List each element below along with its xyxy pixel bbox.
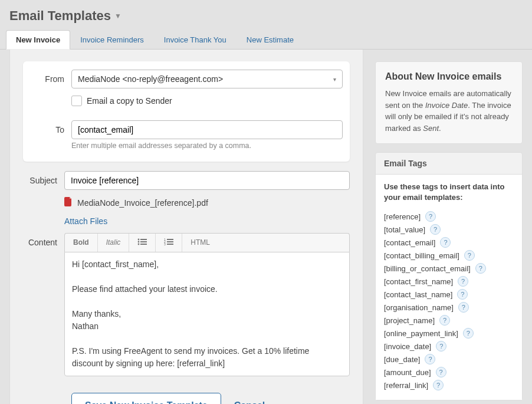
email-tags-header: Email Tags	[376, 153, 522, 175]
tab-invoice-reminders[interactable]: Invoice Reminders	[70, 30, 154, 50]
email-tag-value: [due_date]	[384, 355, 420, 364]
about-title: About New Invoice emails	[385, 71, 513, 82]
email-tag-value: [reference]	[384, 212, 421, 221]
pdf-icon	[64, 197, 73, 208]
email-tag-item: [amount_due]?	[384, 366, 514, 379]
numbered-list-button[interactable]: 123	[156, 234, 182, 252]
email-copy-row: Email a copy to Sender	[71, 96, 343, 106]
subject-input[interactable]	[64, 171, 350, 190]
editor-toolbar: Bold Italic 123 HTML	[64, 233, 350, 252]
to-row: To Enter multiple email addresses separa…	[30, 120, 343, 150]
tabs-bar: New InvoiceInvoice RemindersInvoice Than…	[0, 29, 532, 50]
help-icon[interactable]: ?	[436, 341, 446, 352]
svg-point-0	[138, 239, 140, 241]
chevron-down-icon: ▾	[333, 76, 336, 83]
from-select[interactable]: MediaNode <no-reply@freeagent.com> ▾	[71, 70, 343, 88]
from-value: MediaNode <no-reply@freeagent.com>	[78, 74, 223, 84]
help-icon[interactable]: ?	[433, 380, 444, 390]
svg-point-4	[138, 244, 140, 245]
help-icon[interactable]: ?	[458, 302, 469, 313]
email-tag-item: [project_name]?	[384, 314, 514, 327]
side-column: About New Invoice emails New Invoice ema…	[375, 50, 523, 404]
svg-rect-11	[167, 244, 173, 245]
attachment-name: MediaNode_Invoice_[reference].pdf	[77, 198, 208, 208]
email-tag-item: [contact_billing_email]?	[384, 249, 514, 262]
email-tag-value: [amount_due]	[384, 368, 431, 377]
from-label: From	[30, 70, 71, 84]
help-icon[interactable]: ?	[463, 328, 474, 339]
help-icon[interactable]: ?	[464, 250, 475, 261]
attach-files-link[interactable]: Attach Files	[64, 212, 350, 226]
about-panel: About New Invoice emails New Invoice ema…	[375, 61, 523, 144]
save-button[interactable]: Save New Invoice Template	[71, 393, 221, 404]
help-icon[interactable]: ?	[425, 211, 436, 222]
tab-invoice-thank-you[interactable]: Invoice Thank You	[154, 30, 237, 50]
email-tag-item: [total_value]?	[384, 223, 514, 236]
email-tag-value: [contact_billing_email]	[384, 251, 459, 260]
email-tag-value: [online_payment_link]	[384, 329, 458, 338]
help-icon[interactable]: ?	[457, 289, 468, 300]
email-tag-value: [contact_last_name]	[384, 290, 452, 299]
email-tags-intro: Use these tags to insert data into your …	[384, 182, 514, 203]
tab-new-invoice[interactable]: New Invoice	[6, 30, 70, 50]
email-tag-item: [invoice_date]?	[384, 340, 514, 353]
cancel-button[interactable]: Cancel	[234, 400, 265, 404]
help-icon[interactable]: ?	[430, 224, 441, 235]
bold-button[interactable]: Bold	[65, 234, 98, 252]
bulleted-list-button[interactable]	[129, 234, 156, 252]
svg-rect-7	[167, 239, 173, 240]
email-tag-value: [referral_link]	[384, 381, 428, 390]
email-tag-item: [contact_last_name]?	[384, 288, 514, 301]
html-button[interactable]: HTML	[182, 234, 218, 252]
email-tag-item: [billing_or_contact_email]?	[384, 262, 514, 275]
form-panel: From MediaNode <no-reply@freeagent.com> …	[9, 50, 363, 404]
main-area: From MediaNode <no-reply@freeagent.com> …	[0, 50, 532, 404]
to-label: To	[30, 120, 71, 134]
email-tag-value: [contact_email]	[384, 238, 435, 247]
email-tag-item: [referral_link]?	[384, 379, 514, 392]
caret-down-icon: ▼	[114, 12, 121, 20]
email-tag-item: [reference]?	[384, 210, 514, 223]
help-icon[interactable]: ?	[475, 263, 486, 274]
svg-rect-5	[140, 244, 147, 245]
attachment-row: MediaNode_Invoice_[reference].pdf Attach…	[23, 196, 350, 226]
svg-rect-9	[167, 241, 173, 242]
svg-rect-1	[140, 239, 147, 240]
email-tag-value: [invoice_date]	[384, 342, 431, 351]
email-tag-item: [contact_email]?	[384, 236, 514, 249]
email-tag-value: [total_value]	[384, 225, 425, 234]
email-tag-value: [contact_first_name]	[384, 277, 453, 286]
email-tag-item: [contact_first_name]?	[384, 275, 514, 288]
email-tag-value: [organisation_name]	[384, 303, 454, 312]
svg-point-2	[138, 241, 140, 243]
email-tag-item: [online_payment_link]?	[384, 327, 514, 340]
email-tags-panel: Email Tags Use these tags to insert data…	[375, 152, 523, 400]
help-icon[interactable]: ?	[440, 237, 451, 248]
svg-rect-3	[140, 241, 147, 242]
help-icon[interactable]: ?	[436, 367, 446, 377]
svg-text:3: 3	[164, 242, 166, 245]
about-body: New Invoice emails are automatically sen…	[385, 88, 513, 134]
tab-new-estimate[interactable]: New Estimate	[237, 30, 304, 50]
email-tag-item: [organisation_name]?	[384, 301, 514, 314]
italic-button[interactable]: Italic	[98, 234, 130, 252]
numbered-list-icon: 123	[164, 238, 173, 245]
action-row: Save New Invoice Template Cancel	[23, 393, 350, 404]
subject-label: Subject	[23, 171, 64, 185]
from-to-block: From MediaNode <no-reply@freeagent.com> …	[23, 61, 350, 162]
content-row: Content Bold Italic 123 HTML Hi [contact…	[23, 233, 350, 376]
email-copy-checkbox[interactable]	[71, 96, 82, 106]
to-input[interactable]	[71, 120, 343, 139]
help-icon[interactable]: ?	[439, 315, 450, 326]
to-hint: Enter multiple email addresses separated…	[71, 139, 343, 150]
help-icon[interactable]: ?	[458, 276, 468, 287]
subject-row: Subject	[23, 171, 350, 190]
email-tag-value: [billing_or_contact_email]	[384, 264, 471, 273]
bulleted-list-icon	[137, 238, 147, 245]
from-row: From MediaNode <no-reply@freeagent.com> …	[30, 70, 343, 114]
page-title-row[interactable]: Email Templates ▼	[0, 0, 532, 29]
email-tag-value: [project_name]	[384, 316, 435, 325]
content-editor[interactable]: Hi [contact_first_name], Please find att…	[64, 252, 350, 376]
help-icon[interactable]: ?	[425, 354, 435, 364]
email-tag-item: [due_date]?	[384, 353, 514, 366]
